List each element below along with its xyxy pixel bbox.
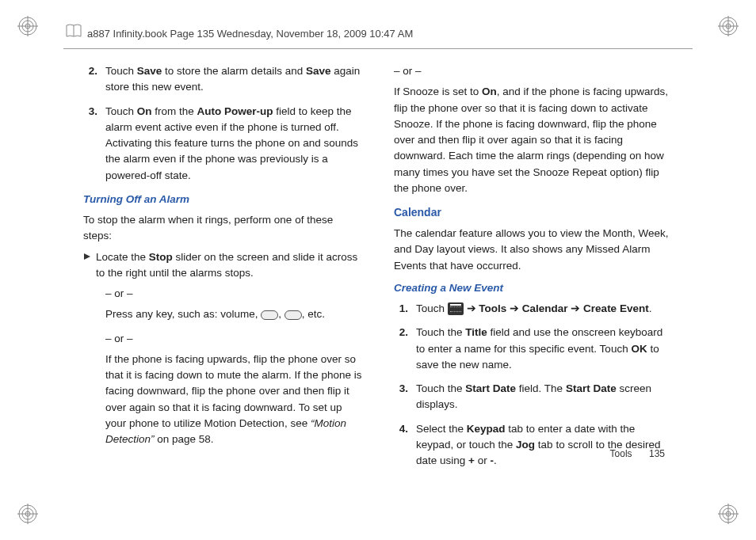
step-number: 4. (394, 421, 416, 470)
step-text: Touch the Start Date field. The Start Da… (416, 381, 673, 413)
step-text: Touch On from the Auto Power-up field to… (105, 104, 362, 184)
left-column: 2. Touch Save to store the alarm details… (83, 63, 362, 461)
or-separator: – or – (105, 331, 362, 347)
step-2: 2. Touch Save to store the alarm details… (83, 63, 362, 96)
step-number: 3. (83, 104, 105, 184)
subhead-creating-event: Creating a New Event (394, 280, 673, 296)
reg-mark-tl (17, 16, 38, 36)
step-number: 1. (394, 301, 416, 317)
footer-section: Tools (610, 448, 632, 459)
svg-marker-21 (84, 253, 90, 260)
key-icon (284, 310, 302, 320)
or-separator: – or – (105, 286, 362, 302)
page-header: a887 Infinity.book Page 135 Wednesday, N… (87, 28, 413, 40)
step-number: 2. (394, 325, 416, 373)
reg-mark-tr (718, 16, 739, 36)
page-footer: Tools 135 (610, 448, 665, 459)
step-text: Touch Save to store the alarm details an… (105, 63, 362, 96)
step-text: Touch ➔ Tools ➔ Calendar ➔ Create Event. (416, 301, 673, 317)
cal-step-1: 1. Touch ➔ Tools ➔ Calendar ➔ Create Eve… (394, 301, 673, 317)
page-content: 2. Touch Save to store the alarm details… (83, 63, 673, 461)
subhead-turning-off-alarm: Turning Off an Alarm (83, 192, 362, 207)
key-icon (261, 310, 278, 320)
step-text: Select the Keypad tab to enter a date wi… (416, 421, 673, 470)
step-number: 3. (394, 381, 416, 413)
triangle-bullet-icon (83, 249, 96, 282)
right-column: – or – If Snooze is set to On, and if th… (394, 63, 673, 461)
calendar-body: The calendar feature allows you to view … (394, 226, 673, 274)
cal-step-3: 3. Touch the Start Date field. The Start… (394, 381, 673, 413)
step-number: 2. (83, 63, 105, 96)
cal-step-2: 2. Touch the Title field and use the ons… (394, 325, 673, 373)
flip-phone-text: If the phone is facing upwards, flip the… (83, 352, 362, 448)
bullet-locate-stop: Locate the Stop slider on the screen and… (83, 249, 362, 282)
book-icon (65, 22, 82, 43)
subhead-calendar: Calendar (394, 204, 673, 221)
step-text: Touch the Title field and use the onscre… (416, 325, 673, 373)
press-any-key: Press any key, such as: volume, , , etc. (83, 306, 362, 322)
footer-page-number: 135 (649, 448, 665, 459)
reg-mark-br (718, 504, 739, 524)
snooze-text: If Snooze is set to On, and if the phone… (394, 84, 673, 196)
menu-icon (448, 302, 464, 315)
reg-mark-bl (17, 504, 38, 524)
cal-step-4: 4. Select the Keypad tab to enter a date… (394, 421, 673, 470)
step-3: 3. Touch On from the Auto Power-up field… (83, 104, 362, 184)
or-separator: – or – (394, 63, 673, 79)
intro-text: To stop the alarm when it rings, perform… (83, 212, 362, 245)
